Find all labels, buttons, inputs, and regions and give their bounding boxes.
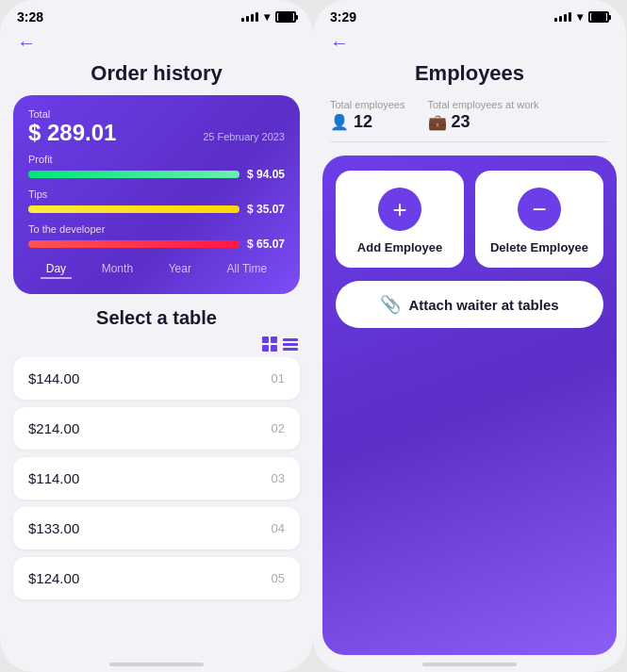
delete-employee-label: Delete Employee [490,240,588,254]
table-amount: $114.00 [28,470,79,486]
tab-alltime[interactable]: All Time [221,260,272,279]
home-indicator-right [422,663,517,666]
tips-value: $ 35.07 [247,203,285,216]
table-amount: $124.00 [28,570,79,586]
table-row[interactable]: $124.00 05 [13,557,300,599]
status-bar-right: 3:29 ▾ [313,0,626,28]
briefcase-icon: 💼 [428,113,447,131]
page-title-left: Order history [0,57,313,95]
table-row[interactable]: $214.00 02 [13,407,300,450]
total-at-work-value: 23 [452,112,470,132]
view-toggle [0,335,313,357]
employees-action-card: + Add Employee − Delete Employee 📎 Attac… [322,156,617,655]
table-row[interactable]: $144.00 01 [13,357,300,400]
divider [330,141,609,142]
list-view-button[interactable] [283,336,298,352]
add-employee-label: Add Employee [357,240,442,254]
back-button-left[interactable]: ← [0,28,313,57]
table-amount: $144.00 [28,370,79,386]
total-amount: $ 289.01 [28,120,116,146]
employee-stats: Total employees 👤 12 Total employees at … [313,95,626,141]
add-icon: + [378,188,421,231]
table-number: 05 [272,571,285,585]
tab-month[interactable]: Month [96,260,139,279]
profit-bar [28,171,239,178]
wifi-icon-right: ▾ [577,10,583,24]
add-employee-button[interactable]: + Add Employee [336,171,464,268]
developer-value: $ 65.07 [247,238,285,251]
developer-bar [28,240,239,248]
employees-screen: 3:29 ▾ ← Employees Total employees 👤 12 [313,0,626,672]
attach-waiter-button[interactable]: 📎 Attach waiter at tables [336,281,603,328]
tips-row: Tips $ 35.07 [28,188,285,216]
total-at-work-label: Total employees at work [428,99,539,110]
tab-year[interactable]: Year [163,260,197,279]
total-employees-label: Total employees [330,99,405,110]
wifi-icon: ▾ [264,10,270,24]
table-amount: $133.00 [28,520,79,536]
attach-waiter-label: Attach waiter at tables [408,297,558,313]
table-list: $144.00 01 $214.00 02 $114.00 03 $133.00… [0,357,313,655]
total-at-work-stat: Total employees at work 💼 23 [428,99,539,132]
paperclip-icon: 📎 [380,294,401,315]
total-employees-value: 12 [354,112,372,132]
date: 25 February 2023 [203,131,285,142]
minus-icon: − [518,188,561,231]
table-number: 03 [272,471,285,485]
status-bar-left: 3:28 ▾ [0,0,313,28]
status-icons-right: ▾ [554,10,609,24]
total-label: Total [28,108,285,120]
person-icon: 👤 [330,113,349,131]
battery-icon-right [588,11,609,23]
battery-icon [275,11,296,23]
total-employees-stat: Total employees 👤 12 [330,99,405,132]
grid-view-button[interactable] [262,336,277,352]
signal-icon [241,12,258,22]
page-title-right: Employees [313,57,626,95]
time-right: 3:29 [330,9,356,25]
order-history-screen: 3:28 ▾ ← Order history Total $ 289.01 25… [0,0,313,672]
tab-day[interactable]: Day [41,260,72,279]
developer-row: To the developer $ 65.07 [28,223,285,251]
home-indicator-left [109,663,204,666]
table-number: 02 [272,421,285,435]
table-number: 04 [272,521,285,535]
delete-employee-button[interactable]: − Delete Employee [475,171,603,268]
profit-row: Profit $ 94.05 [28,154,285,181]
back-button-right[interactable]: ← [313,28,626,57]
time-tabs: Day Month Year All Time [28,251,285,283]
table-number: 01 [272,371,285,385]
table-row[interactable]: $114.00 03 [13,457,300,500]
status-icons-left: ▾ [241,10,296,24]
profit-value: $ 94.05 [247,168,285,181]
stats-card: Total $ 289.01 25 February 2023 Profit $… [13,95,300,294]
select-table-title: Select a table [0,294,313,335]
table-row[interactable]: $133.00 04 [13,507,300,549]
table-amount: $214.00 [28,420,79,436]
signal-icon-right [554,12,571,22]
time-left: 3:28 [17,9,43,25]
developer-label: To the developer [28,223,285,235]
action-buttons-row: + Add Employee − Delete Employee [336,171,603,268]
tips-bar [28,205,239,213]
tips-label: Tips [28,188,285,200]
profit-label: Profit [28,154,285,165]
